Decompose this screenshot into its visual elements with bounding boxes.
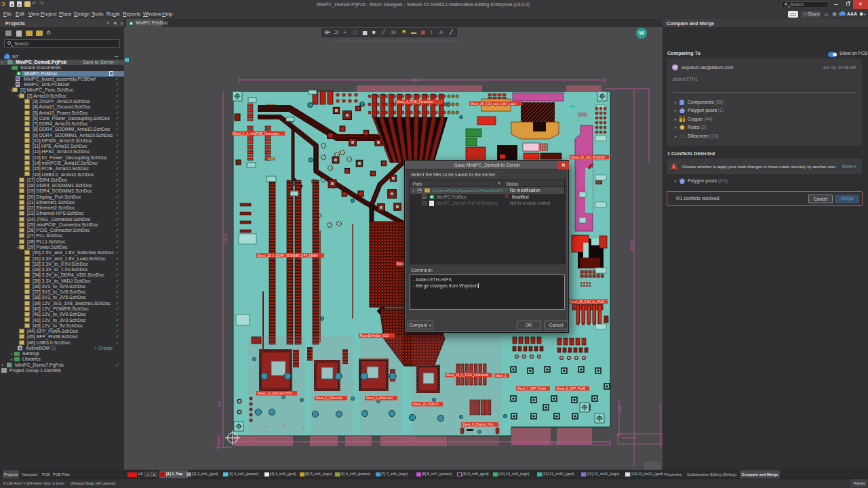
svg-text:168,00: 168,00 <box>410 78 421 82</box>
svg-text:nition_1: nition_1 <box>496 374 507 378</box>
svg-text:Sheet_5_Ethernet1: Sheet_5_Ethernet1 <box>316 396 343 400</box>
svg-text:Sheet_19_2_JTAG_Connector: Sheet_19_2_JTAG_Connector <box>446 373 489 377</box>
svg-text:Sheet_9_Display_Port: Sheet_9_Display_Port <box>462 423 494 426</box>
svg-text:3,00: 3,00 <box>218 438 222 444</box>
svg-text:Sheet_4_PCIE_Connector: Sheet_4_PCIE_Connector <box>397 100 434 104</box>
svg-text:158,00: 158,00 <box>629 240 633 251</box>
svg-text:4,00: 4,00 <box>218 401 222 407</box>
svg-text:Roo: Roo <box>397 262 403 266</box>
svg-text:Sheet_8_SFP_PortB: Sheet_8_SFP_PortB <box>557 387 586 390</box>
svg-text:Sheet_18_USB3.0: Sheet_18_USB3.0 <box>413 403 439 406</box>
svg-text:RoomDefinition_U10: RoomDefinition_U10 <box>360 334 389 338</box>
svg-text:Sheet_15_1_DDR4_SODIMM_2-P4_DI: Sheet_15_1_DDR4_SODIMM_2-P4_DIMM <box>258 254 318 258</box>
svg-text:Sheet_22_12V_POWER: Sheet_22_12V_POWER <box>571 156 606 159</box>
svg-text:Sheet_6_Ethernet2: Sheet_6_Ethernet2 <box>366 396 393 400</box>
svg-text:46,00: 46,00 <box>551 441 559 445</box>
svg-text:4,00: 4,00 <box>619 406 623 412</box>
svg-text:Sheet_4_1_miniPCIE_Connector: Sheet_4_1_miniPCIE_Connector <box>233 132 279 136</box>
svg-text:175,00: 175,00 <box>407 437 418 441</box>
svg-text:Sheet_35_3.3V_to_VADJ: Sheet_35_3.3V_to_VADJ <box>570 300 605 304</box>
svg-text:1,00: 1,00 <box>247 438 253 441</box>
svg-text:149,00: 149,00 <box>224 233 228 244</box>
svg-text:Sheet_7_SFP_PortA: Sheet_7_SFP_PortA <box>517 387 547 390</box>
svg-text:Sheet_12_Ethernet-HPS: Sheet_12_Ethernet-HPS <box>258 392 292 395</box>
svg-text:Sheet_38_3.3V_and_1.8V_Load: Sheet_38_3.3V_and_1.8V_Load <box>471 102 516 106</box>
